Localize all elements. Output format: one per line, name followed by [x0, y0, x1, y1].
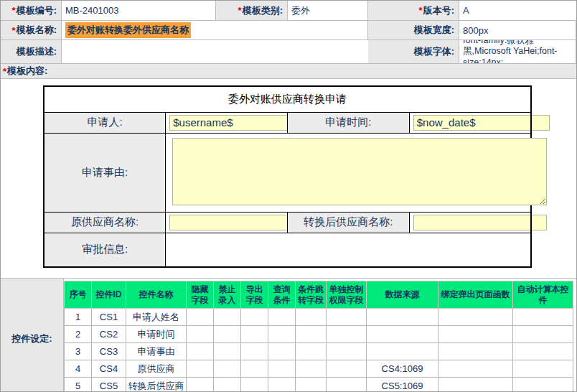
table-cell [296, 378, 327, 392]
table-cell [327, 360, 367, 378]
table-cell [513, 326, 573, 343]
template-width-value[interactable]: 800px [459, 21, 576, 40]
table-cell: 转换后供应商 [126, 378, 187, 392]
table-row: 3CS3申请事由 [65, 343, 573, 360]
template-type-value[interactable]: 委外 [288, 1, 368, 21]
template-font-label: 模板字体: [368, 40, 459, 64]
template-font-value[interactable]: font-family:微软雅黑,Microsoft YaHei;font-si… [459, 40, 576, 64]
orig-supplier-input[interactable] [169, 215, 300, 230]
controls-section: 控件设定: 序号控件ID控件名称隐藏 字段禁止 录入导出 字段查询 条件条件跳 … [1, 278, 576, 392]
required-mark: * [238, 5, 242, 16]
controls-table: 序号控件ID控件名称隐藏 字段禁止 录入导出 字段查询 条件条件跳 转字段单独控… [64, 281, 573, 392]
required-mark: * [3, 66, 6, 77]
apply-time-label: 申请时间: [288, 112, 410, 133]
table-cell [241, 378, 268, 392]
table-cell [327, 326, 367, 343]
table-cell [241, 360, 268, 378]
table-cell [214, 343, 241, 360]
table-cell [241, 326, 268, 343]
table-cell: 5 [65, 378, 92, 392]
table-cell [214, 309, 241, 326]
apply-time-input[interactable] [413, 115, 550, 131]
template-code-value[interactable]: MB-2401003 [62, 1, 216, 21]
table-cell [438, 378, 513, 392]
controls-header-row: 序号控件ID控件名称隐藏 字段禁止 录入导出 字段查询 条件条件跳 转字段单独控… [65, 281, 573, 309]
table-cell: CS2 [92, 326, 126, 343]
approval-label: 审批信息: [44, 233, 166, 267]
table-row: 2CS2申请时间 [65, 326, 573, 343]
table-cell [327, 343, 367, 360]
orig-supplier-label: 原供应商名称: [44, 212, 166, 233]
table-cell: 2 [65, 326, 92, 343]
new-supplier-label: 转换后供应商名称: [288, 212, 410, 233]
table-cell [438, 309, 513, 326]
reason-cell [166, 133, 531, 212]
controls-header-cell: 数据来源 [367, 281, 438, 309]
applicant-label: 申请人: [44, 112, 166, 133]
table-cell: 4 [65, 360, 92, 378]
table-cell [367, 343, 438, 360]
table-cell: CS4:1069 [367, 360, 438, 378]
controls-header-cell: 查询 条件 [268, 281, 296, 309]
table-cell [187, 360, 214, 378]
template-name-value[interactable]: 委外对账转换委外供应商名称 [62, 21, 368, 40]
controls-header-cell: 控件ID [92, 281, 126, 309]
table-cell [438, 343, 513, 360]
required-mark: * [12, 5, 16, 16]
required-mark: * [419, 5, 423, 16]
controls-header-cell: 隐藏 字段 [187, 281, 214, 309]
template-desc-value[interactable] [62, 40, 368, 64]
table-cell [187, 326, 214, 343]
table-cell [268, 343, 296, 360]
controls-header-cell: 条件跳 转字段 [296, 281, 327, 309]
table-row: 1CS1申请人姓名 [65, 309, 573, 326]
controls-table-body: 1CS1申请人姓名2CS2申请时间3CS3申请事由4CS4原供应商CS4:106… [65, 309, 573, 392]
table-cell: 3 [65, 343, 92, 360]
applicant-cell [166, 112, 288, 133]
version-value[interactable]: A [459, 1, 576, 21]
table-cell: CS3 [92, 343, 126, 360]
table-cell: 申请事由 [126, 343, 187, 360]
table-cell [241, 309, 268, 326]
template-content-area: 委外对账供应商转换申请 申请人: 申请时间: 申请事由: 原供应商名称: [1, 85, 576, 278]
table-cell [367, 309, 438, 326]
table-cell: 申请人姓名 [126, 309, 187, 326]
table-cell [187, 343, 214, 360]
table-cell [367, 326, 438, 343]
table-cell [214, 360, 241, 378]
required-mark: * [12, 25, 16, 36]
table-cell [214, 378, 241, 392]
template-type-label: *模板类别: [216, 1, 288, 21]
table-cell: CS5:1069 [367, 378, 438, 392]
table-cell [268, 360, 296, 378]
table-cell [327, 378, 367, 392]
table-row: 4CS4原供应商CS4:1069 [65, 360, 573, 378]
reason-textarea[interactable] [172, 138, 547, 205]
new-supplier-cell [409, 212, 531, 233]
template-desc-label: 模板描述: [1, 40, 62, 64]
table-cell [513, 378, 573, 392]
controls-header-cell: 序号 [65, 281, 92, 309]
template-content-band: *模板内容: [1, 64, 576, 79]
controls-header-cell: 导出 字段 [241, 281, 268, 309]
table-cell [513, 360, 573, 378]
table-cell: 申请时间 [126, 326, 187, 343]
table-cell: CS1 [92, 309, 126, 326]
table-cell [241, 343, 268, 360]
controls-body: 序号控件ID控件名称隐藏 字段禁止 录入导出 字段查询 条件条件跳 转字段单独控… [64, 279, 576, 392]
table-cell: CS5 [92, 378, 126, 392]
applicant-input[interactable] [169, 115, 303, 131]
controls-header-cell: 绑定弹出页面函数 [438, 281, 513, 309]
new-supplier-input[interactable] [413, 215, 547, 230]
template-meta-grid: *模板编号: MB-2401003 *模板类别: 委外 *版本号: A *模板名… [1, 1, 576, 64]
highlighted-template-name: 委外对账转换委外供应商名称 [65, 22, 191, 38]
form-preview-table: 委外对账供应商转换申请 申请人: 申请时间: 申请事由: 原供应商名称: [43, 85, 532, 268]
approval-cell [166, 233, 531, 267]
orig-supplier-cell [166, 212, 288, 233]
table-cell [438, 326, 513, 343]
controls-header-cell: 控件名称 [126, 281, 187, 309]
form-title: 委外对账供应商转换申请 [44, 86, 531, 112]
table-cell [296, 326, 327, 343]
table-cell [296, 343, 327, 360]
table-cell [187, 309, 214, 326]
